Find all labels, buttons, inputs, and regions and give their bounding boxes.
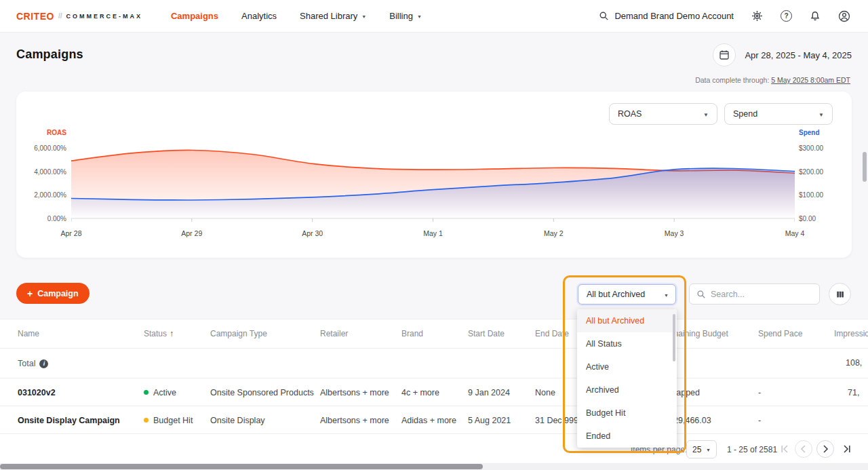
impressions-cell: 71, xyxy=(848,388,859,397)
col-header-end-date[interactable]: End Date xyxy=(535,329,569,338)
account-name: Demand Brand Demo Account xyxy=(614,11,734,21)
criteo-logo[interactable]: CRITEO // COMMERCE-MAX xyxy=(16,11,142,22)
right-metric-select[interactable]: Spend ▼ xyxy=(724,103,833,125)
page-title: Campaigns xyxy=(16,47,83,62)
campaign-type-cell: Onsite Sponsored Products xyxy=(210,388,314,397)
status-badge: Active xyxy=(144,388,176,397)
status-filter-value: All but Archived xyxy=(587,290,645,299)
start-date-cell: 5 Aug 2021 xyxy=(468,416,511,425)
table-header-row: Name Status↑ Campaign Type Retailer Bran… xyxy=(0,319,868,349)
left-axis-tick: 0.00% xyxy=(16,215,66,222)
menu-scrollbar[interactable] xyxy=(673,314,675,361)
horizontal-scrollbar-track xyxy=(0,463,868,470)
col-header-spend-pace[interactable]: Spend Pace xyxy=(758,329,802,338)
campaign-search xyxy=(689,283,820,305)
data-complete-link[interactable]: 5 May 2025 8:00am EDT xyxy=(771,76,850,84)
menu-item-all-but-archived[interactable]: All but Archived xyxy=(577,309,677,332)
status-filter-select[interactable]: All but Archived ▼ xyxy=(578,284,676,305)
col-header-campaign-type[interactable]: Campaign Type xyxy=(210,329,267,338)
items-per-page-value: 25 xyxy=(692,445,701,454)
campaign-row: Onsite Display Campaign Budget Hit Onsit… xyxy=(0,406,868,434)
pagination-bar: Items per page: 25 ▼ 1 - 25 of 2581 xyxy=(0,434,868,464)
left-axis-tick: 2,000.00% xyxy=(16,191,66,199)
search-icon xyxy=(599,11,609,21)
spend-pace-cell: - xyxy=(758,416,761,425)
performance-chart-card: ROAS ▼ Spend ▼ ROAS Spend 6,000.00% 4,00… xyxy=(16,92,852,258)
col-header-status[interactable]: Status↑ xyxy=(144,329,174,338)
menu-item-ended[interactable]: Ended xyxy=(577,425,677,448)
col-header-name[interactable]: Name xyxy=(18,329,39,338)
col-header-impressions[interactable]: Impressions xyxy=(834,329,868,338)
chevron-down-icon: ▼ xyxy=(706,448,711,452)
menu-item-archived[interactable]: Archived xyxy=(577,378,677,402)
new-campaign-button[interactable]: + Campaign xyxy=(16,283,90,304)
right-axis-title: Spend xyxy=(799,129,820,136)
status-label: Budget Hit xyxy=(153,416,193,425)
settings-gear-icon[interactable] xyxy=(751,10,763,22)
chevron-down-icon: ▼ xyxy=(664,293,669,298)
data-complete-prefix: Data complete through: xyxy=(695,76,771,84)
new-campaign-label: Campaign xyxy=(37,289,78,298)
nav-analytics[interactable]: Analytics xyxy=(241,11,277,21)
left-axis-tick: 6,000.00% xyxy=(16,144,66,152)
user-avatar-icon[interactable] xyxy=(838,10,850,22)
previous-page-button[interactable] xyxy=(795,440,812,458)
status-badge: Budget Hit xyxy=(144,416,193,425)
menu-item-budget-hit[interactable]: Budget Hit xyxy=(577,402,677,425)
col-header-retailer[interactable]: Retailer xyxy=(320,329,348,338)
x-axis-tick: May 3 xyxy=(665,229,684,237)
nav-shared-library[interactable]: Shared Library ▼ xyxy=(300,11,366,21)
search-icon xyxy=(696,290,706,299)
account-switcher[interactable]: Demand Brand Demo Account xyxy=(599,11,734,21)
right-axis-tick: $100.00 xyxy=(799,191,823,199)
help-icon[interactable]: ? xyxy=(781,10,792,22)
col-header-brand[interactable]: Brand xyxy=(401,329,423,338)
nav-shared-library-label: Shared Library xyxy=(300,11,357,21)
right-axis-tick: $300.00 xyxy=(799,144,823,152)
status-label: Active xyxy=(153,388,176,397)
status-filter-menu: All but Archived All Status Active Archi… xyxy=(577,309,677,448)
menu-item-all-status[interactable]: All Status xyxy=(577,332,677,355)
brand-cell: Adidas + more xyxy=(401,416,456,425)
last-page-button[interactable] xyxy=(838,440,856,458)
left-metric-select[interactable]: ROAS ▼ xyxy=(609,103,717,125)
items-per-page-select[interactable]: 25 ▼ xyxy=(686,440,717,458)
column-settings-button[interactable] xyxy=(829,283,851,305)
col-header-start-date[interactable]: Start Date xyxy=(468,329,505,338)
vertical-scrollbar[interactable] xyxy=(863,152,867,182)
left-metric-value: ROAS xyxy=(618,109,642,119)
campaign-name-link[interactable]: 031020v2 xyxy=(18,388,56,397)
total-impressions: 108, xyxy=(846,358,862,368)
x-axis-tick: May 4 xyxy=(785,229,805,237)
next-page-button[interactable] xyxy=(816,440,834,458)
total-label: Total i xyxy=(18,359,48,368)
notifications-bell-icon[interactable] xyxy=(810,11,821,22)
info-icon[interactable]: i xyxy=(39,359,48,368)
nav-billing[interactable]: Billing ▼ xyxy=(389,11,422,21)
logo-product-name: COMMERCE-MAX xyxy=(66,13,142,20)
date-range-control: Apr 28, 2025 - May 4, 2025 xyxy=(713,43,852,66)
search-input[interactable] xyxy=(711,290,806,299)
first-page-button[interactable] xyxy=(776,440,793,458)
x-axis-tick: Apr 29 xyxy=(181,229,202,237)
campaign-type-cell: Onsite Display xyxy=(210,416,265,425)
top-bar: CRITEO // COMMERCE-MAX Campaigns Analyti… xyxy=(0,0,868,33)
brand-cell: 4c + more xyxy=(401,388,439,397)
menu-item-active[interactable]: Active xyxy=(577,355,677,378)
x-axis-tick: May 2 xyxy=(544,229,564,237)
spend-pace-cell: - xyxy=(758,388,761,397)
campaign-name-link[interactable]: Onsite Display Campaign xyxy=(18,416,120,425)
data-complete-note: Data complete through: 5 May 2025 8:00am… xyxy=(695,76,850,84)
horizontal-scrollbar[interactable] xyxy=(0,464,483,469)
campaigns-page: CRITEO // COMMERCE-MAX Campaigns Analyti… xyxy=(0,0,868,470)
chevron-down-icon: ▼ xyxy=(417,14,422,19)
chevron-down-icon: ▼ xyxy=(818,112,824,118)
top-bar-right: Demand Brand Demo Account ? xyxy=(599,10,850,22)
date-range-value[interactable]: Apr 28, 2025 - May 4, 2025 xyxy=(745,50,852,60)
end-date-cell: None xyxy=(535,388,555,397)
logo-divider: // xyxy=(58,12,62,20)
left-axis-tick: 4,000.00% xyxy=(16,168,66,176)
nav-campaigns[interactable]: Campaigns xyxy=(171,11,218,21)
calendar-button[interactable] xyxy=(713,43,736,66)
x-axis-tick: Apr 30 xyxy=(302,229,323,237)
